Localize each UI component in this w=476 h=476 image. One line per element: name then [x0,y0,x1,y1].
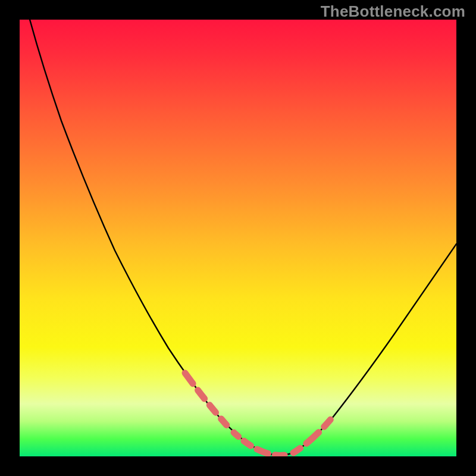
highlight-dash-valley [234,433,287,456]
watermark-text: TheBottleneck.com [321,2,465,21]
plot-area [20,20,456,456]
highlight-dash-left [185,373,228,427]
highlight-dash-right [293,414,335,453]
curve-layer [20,20,456,456]
chart-container: TheBottleneck.com [0,0,476,476]
bottleneck-curve [20,20,456,455]
